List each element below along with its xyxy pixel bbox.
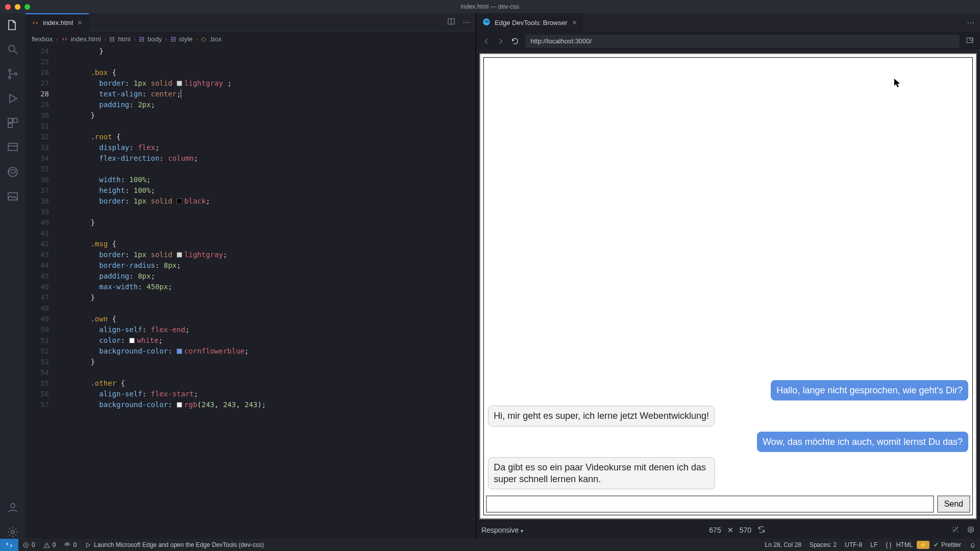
activity-bar [0, 13, 26, 539]
ports-status[interactable]: 0 [60, 541, 81, 548]
svg-rect-7 [8, 143, 17, 151]
rotate-icon[interactable] [757, 525, 766, 535]
chat-message: Wow, das möchte ich auch, womit lernst D… [757, 432, 968, 453]
svg-point-2 [9, 77, 11, 79]
reload-icon[interactable] [511, 37, 519, 45]
send-button[interactable]: Send [937, 495, 970, 513]
settings-gear-icon[interactable] [6, 525, 19, 539]
breadcrumb-item[interactable]: html [118, 35, 131, 43]
remote-button[interactable] [0, 539, 18, 551]
devtools-browser-tab[interactable]: Edge DevTools: Browser ✕ [476, 13, 583, 32]
svg-point-19 [66, 544, 68, 545]
problems-errors[interactable]: 0 [18, 541, 39, 548]
svg-point-10 [11, 504, 15, 508]
indentation-status[interactable]: Spaces: 2 [805, 541, 841, 548]
window-close-button[interactable] [5, 4, 11, 10]
devtools-view-icon[interactable] [6, 141, 19, 154]
braces-icon: ⊟ [139, 35, 144, 43]
close-tab-icon[interactable]: ✕ [77, 19, 83, 27]
back-icon[interactable] [482, 37, 491, 45]
svg-rect-9 [8, 193, 17, 200]
chat-message: Hi, mir geht es super, ich lerne jetzt W… [488, 406, 715, 427]
svg-point-1 [9, 69, 11, 71]
target-icon[interactable] [967, 525, 975, 535]
breadcrumbs[interactable]: flexbox› index.html› ⊟ html› ⊟ body› ⊟ s… [26, 32, 476, 46]
braces-icon: ⊟ [109, 35, 115, 43]
html-file-icon [32, 19, 39, 27]
breadcrumb-item[interactable]: flexbox [32, 35, 53, 43]
device-mode-dropdown[interactable]: Responsive▾ [481, 526, 523, 534]
source-control-icon[interactable] [6, 67, 19, 81]
svg-rect-6 [8, 123, 12, 128]
forward-icon[interactable] [497, 37, 505, 45]
split-editor-icon[interactable] [447, 17, 455, 28]
devtools-pane: Edge DevTools: Browser ✕ ⋯ http://localh… [476, 13, 980, 539]
viewport-height[interactable]: 570 [740, 526, 751, 534]
svg-point-8 [8, 167, 17, 177]
breadcrumb-item[interactable]: .box [209, 35, 222, 43]
chat-composer: Send [484, 493, 972, 515]
devtools-tab-label: Edge DevTools: Browser [495, 19, 567, 27]
live-preview-status[interactable]: ⚡ [917, 541, 929, 549]
breadcrumb-item[interactable]: style [179, 35, 193, 43]
problems-warnings[interactable]: 0 [39, 541, 60, 548]
url-input[interactable]: http://localhost:3000/ [525, 35, 960, 48]
window-title: index.html — dev-css [461, 3, 520, 10]
encoding-status[interactable]: UTF-8 [841, 541, 866, 548]
panel-more-icon[interactable]: ⋯ [967, 18, 975, 27]
editor-more-icon[interactable]: ⋯ [462, 17, 471, 28]
dock-popout-icon[interactable] [966, 36, 974, 46]
browser-toolbar: http://localhost:3000/ [476, 32, 980, 51]
html-file-icon [61, 36, 68, 42]
editor-tab-indexhtml[interactable]: index.html ✕ [26, 13, 89, 32]
breadcrumb-item[interactable]: body [148, 35, 162, 43]
editor-tab-label: index.html [43, 19, 73, 27]
media-preview-icon[interactable] [6, 190, 19, 203]
svg-rect-5 [13, 118, 17, 122]
svg-point-3 [15, 73, 17, 75]
devtools-tabs: Edge DevTools: Browser ✕ ⋯ [476, 13, 980, 32]
edge-icon[interactable] [6, 165, 19, 179]
svg-rect-4 [8, 118, 12, 122]
breadcrumb-item[interactable]: index.html [71, 35, 101, 43]
chat-input[interactable] [486, 495, 934, 513]
svg-point-17 [970, 529, 972, 531]
accounts-icon[interactable] [6, 501, 19, 514]
prettier-status[interactable]: Prettier [929, 541, 965, 548]
window-minimize-button[interactable] [15, 4, 20, 10]
launch-hint[interactable]: Launch Microsoft Edge and open the Edge … [81, 541, 268, 548]
chat-root: Hallo, lange nicht gesprochen, wie geht'… [483, 57, 973, 515]
svg-rect-15 [970, 38, 973, 40]
window-zoom-button[interactable] [24, 4, 30, 10]
editor-tabs: index.html ✕ ⋯ [26, 13, 476, 32]
svg-point-0 [9, 45, 15, 52]
code-editor[interactable]: 2425262728293031323334353637383940414243… [26, 46, 476, 539]
notifications-icon[interactable] [965, 542, 980, 548]
cursor-position[interactable]: Ln 28, Col 28 [761, 541, 805, 548]
viewport-width[interactable]: 675 [709, 526, 721, 534]
chat-message: Da gibt es so ein paar Videokurse mit de… [488, 457, 715, 489]
dimension-separator-icon: ✕ [727, 526, 733, 534]
window-titlebar: index.html — dev-css [0, 0, 980, 13]
explorer-icon[interactable] [6, 18, 19, 32]
chat-messages: Hallo, lange nicht gesprochen, wie geht'… [484, 58, 972, 493]
extensions-icon[interactable] [6, 116, 19, 130]
selector-icon: ◇ [201, 35, 206, 43]
editor-pane: index.html ✕ ⋯ flexbox› index.html› ⊟ ht… [26, 13, 476, 539]
run-debug-icon[interactable] [6, 92, 19, 105]
device-toolbar: Responsive▾ 675 ✕ 570 [476, 521, 980, 539]
braces-icon: ⊟ [170, 35, 176, 43]
chat-message: Hallo, lange nicht gesprochen, wie geht'… [771, 380, 968, 401]
svg-point-11 [11, 531, 14, 534]
search-icon[interactable] [6, 43, 19, 56]
svg-point-16 [968, 527, 974, 532]
edge-icon [482, 18, 491, 28]
page-preview[interactable]: Hallo, lange nicht gesprochen, wie geht'… [479, 53, 977, 519]
close-tab-icon[interactable]: ✕ [572, 19, 577, 27]
eol-status[interactable]: LF [866, 541, 881, 548]
magic-wand-icon[interactable] [951, 525, 960, 535]
status-bar: 0 0 0 Launch Microsoft Edge and open the… [0, 539, 980, 551]
language-status[interactable]: { }HTML [881, 541, 917, 548]
